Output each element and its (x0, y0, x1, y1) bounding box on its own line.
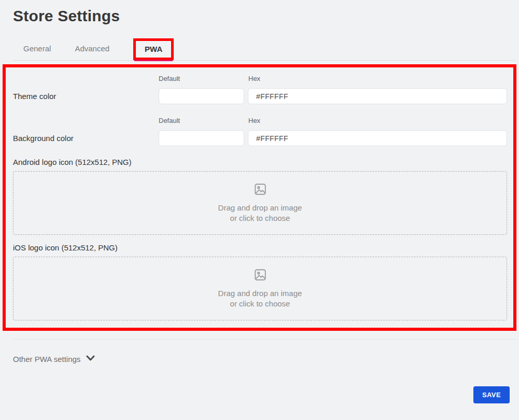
theme-default-header: Default (159, 75, 244, 88)
background-hex-header: Hex (248, 117, 507, 130)
section-divider (13, 339, 516, 340)
ios-logo-label: iOS logo icon (512x512, PNG) (13, 243, 507, 252)
other-pwa-settings-expander[interactable]: Other PWA settings (13, 354, 95, 363)
theme-color-row: Default Hex Theme color (13, 75, 507, 104)
android-logo-dropzone[interactable]: Drag and drop an image or click to choos… (13, 171, 507, 235)
ios-drop-text-line2: or click to choose (230, 299, 290, 309)
footer-actions: SAVE (0, 386, 519, 403)
annotation-box-pwa-tab: PWA (133, 38, 174, 60)
tab-pwa-label: PWA (145, 45, 162, 53)
theme-color-hex-input[interactable] (248, 88, 507, 104)
ios-drop-text-line1: Drag and drop an image (218, 288, 302, 299)
image-icon (254, 183, 267, 198)
tab-advanced[interactable]: Advanced (75, 44, 109, 60)
image-icon (254, 268, 267, 284)
background-color-hex-input[interactable] (248, 130, 507, 146)
tab-general[interactable]: General (23, 44, 51, 60)
background-default-header: Default (159, 117, 244, 130)
android-drop-text-line1: Drag and drop an image (218, 203, 302, 213)
ios-logo-dropzone[interactable]: Drag and drop an image or click to choos… (13, 257, 507, 320)
theme-color-label: Theme color (13, 92, 155, 101)
background-color-label: Background color (13, 134, 155, 143)
android-drop-text-line2: or click to choose (230, 213, 290, 223)
chevron-down-icon (86, 354, 95, 363)
other-pwa-settings-label: Other PWA settings (13, 355, 80, 363)
tab-pwa[interactable]: PWA (133, 38, 174, 60)
android-logo-label: Android logo icon (512x512, PNG) (13, 158, 507, 166)
annotation-box-pwa-content: Default Hex Theme color Default Hex Back… (3, 64, 516, 331)
background-color-default-input[interactable] (159, 130, 244, 146)
page-title: Store Settings (13, 7, 519, 25)
settings-tab-bar: General Advanced PWA (13, 38, 516, 61)
theme-color-default-input[interactable] (159, 88, 244, 104)
theme-hex-header: Hex (248, 75, 507, 88)
save-button[interactable]: SAVE (473, 386, 510, 403)
background-color-row: Default Hex Background color (13, 117, 507, 146)
